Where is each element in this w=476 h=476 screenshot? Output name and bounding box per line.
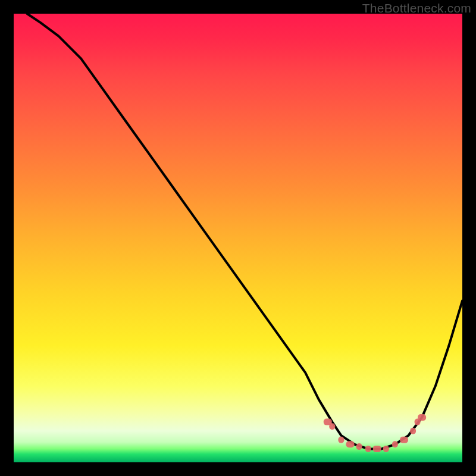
curve-layer xyxy=(14,14,462,462)
svg-rect-9 xyxy=(400,437,408,443)
svg-rect-5 xyxy=(365,446,371,452)
svg-rect-1 xyxy=(329,423,335,430)
chart-frame: TheBottleneck.com xyxy=(0,0,476,476)
svg-rect-12 xyxy=(418,414,426,421)
watermark-text: TheBottleneck.com xyxy=(362,1,471,15)
bottleneck-curve xyxy=(27,14,462,449)
svg-rect-4 xyxy=(356,443,362,450)
svg-rect-2 xyxy=(338,437,344,443)
svg-rect-6 xyxy=(373,446,381,452)
svg-rect-3 xyxy=(346,441,355,447)
plot-area xyxy=(14,14,462,462)
svg-rect-10 xyxy=(410,428,416,434)
svg-rect-7 xyxy=(383,446,389,452)
svg-rect-8 xyxy=(392,441,398,447)
